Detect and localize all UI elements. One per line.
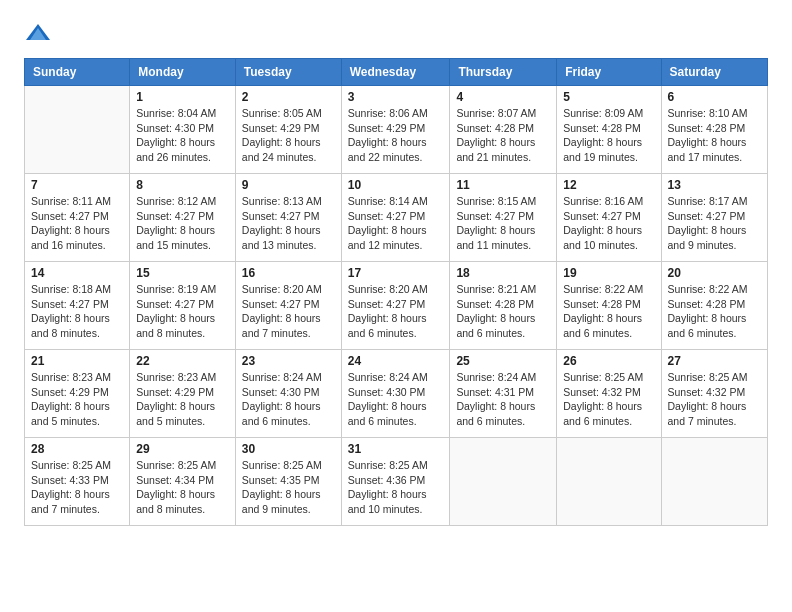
day-number: 1 (136, 90, 229, 104)
day-cell: 11Sunrise: 8:15 AM Sunset: 4:27 PM Dayli… (450, 174, 557, 262)
day-number: 12 (563, 178, 654, 192)
day-number: 18 (456, 266, 550, 280)
day-number: 17 (348, 266, 444, 280)
week-row-1: 1Sunrise: 8:04 AM Sunset: 4:30 PM Daylig… (25, 86, 768, 174)
day-cell: 3Sunrise: 8:06 AM Sunset: 4:29 PM Daylig… (341, 86, 450, 174)
day-header-wednesday: Wednesday (341, 59, 450, 86)
day-cell: 2Sunrise: 8:05 AM Sunset: 4:29 PM Daylig… (235, 86, 341, 174)
week-row-5: 28Sunrise: 8:25 AM Sunset: 4:33 PM Dayli… (25, 438, 768, 526)
day-info: Sunrise: 8:16 AM Sunset: 4:27 PM Dayligh… (563, 194, 654, 253)
day-info: Sunrise: 8:24 AM Sunset: 4:31 PM Dayligh… (456, 370, 550, 429)
day-info: Sunrise: 8:25 AM Sunset: 4:33 PM Dayligh… (31, 458, 123, 517)
day-cell: 1Sunrise: 8:04 AM Sunset: 4:30 PM Daylig… (130, 86, 236, 174)
day-cell (557, 438, 661, 526)
day-number: 2 (242, 90, 335, 104)
day-cell: 17Sunrise: 8:20 AM Sunset: 4:27 PM Dayli… (341, 262, 450, 350)
day-cell: 13Sunrise: 8:17 AM Sunset: 4:27 PM Dayli… (661, 174, 767, 262)
day-info: Sunrise: 8:22 AM Sunset: 4:28 PM Dayligh… (563, 282, 654, 341)
logo (24, 20, 56, 48)
day-number: 26 (563, 354, 654, 368)
day-cell: 28Sunrise: 8:25 AM Sunset: 4:33 PM Dayli… (25, 438, 130, 526)
day-cell: 23Sunrise: 8:24 AM Sunset: 4:30 PM Dayli… (235, 350, 341, 438)
day-number: 19 (563, 266, 654, 280)
day-header-tuesday: Tuesday (235, 59, 341, 86)
day-number: 22 (136, 354, 229, 368)
day-cell (450, 438, 557, 526)
day-cell: 31Sunrise: 8:25 AM Sunset: 4:36 PM Dayli… (341, 438, 450, 526)
day-info: Sunrise: 8:05 AM Sunset: 4:29 PM Dayligh… (242, 106, 335, 165)
day-info: Sunrise: 8:04 AM Sunset: 4:30 PM Dayligh… (136, 106, 229, 165)
day-number: 5 (563, 90, 654, 104)
day-cell: 29Sunrise: 8:25 AM Sunset: 4:34 PM Dayli… (130, 438, 236, 526)
day-header-thursday: Thursday (450, 59, 557, 86)
day-info: Sunrise: 8:18 AM Sunset: 4:27 PM Dayligh… (31, 282, 123, 341)
day-info: Sunrise: 8:11 AM Sunset: 4:27 PM Dayligh… (31, 194, 123, 253)
day-number: 13 (668, 178, 761, 192)
day-info: Sunrise: 8:20 AM Sunset: 4:27 PM Dayligh… (242, 282, 335, 341)
day-cell: 14Sunrise: 8:18 AM Sunset: 4:27 PM Dayli… (25, 262, 130, 350)
day-info: Sunrise: 8:25 AM Sunset: 4:32 PM Dayligh… (668, 370, 761, 429)
day-info: Sunrise: 8:20 AM Sunset: 4:27 PM Dayligh… (348, 282, 444, 341)
day-number: 6 (668, 90, 761, 104)
day-info: Sunrise: 8:06 AM Sunset: 4:29 PM Dayligh… (348, 106, 444, 165)
day-cell: 18Sunrise: 8:21 AM Sunset: 4:28 PM Dayli… (450, 262, 557, 350)
day-info: Sunrise: 8:25 AM Sunset: 4:34 PM Dayligh… (136, 458, 229, 517)
day-cell: 12Sunrise: 8:16 AM Sunset: 4:27 PM Dayli… (557, 174, 661, 262)
day-info: Sunrise: 8:12 AM Sunset: 4:27 PM Dayligh… (136, 194, 229, 253)
day-number: 20 (668, 266, 761, 280)
day-number: 31 (348, 442, 444, 456)
day-info: Sunrise: 8:22 AM Sunset: 4:28 PM Dayligh… (668, 282, 761, 341)
day-info: Sunrise: 8:23 AM Sunset: 4:29 PM Dayligh… (136, 370, 229, 429)
day-header-monday: Monday (130, 59, 236, 86)
day-cell: 7Sunrise: 8:11 AM Sunset: 4:27 PM Daylig… (25, 174, 130, 262)
day-cell: 5Sunrise: 8:09 AM Sunset: 4:28 PM Daylig… (557, 86, 661, 174)
day-info: Sunrise: 8:17 AM Sunset: 4:27 PM Dayligh… (668, 194, 761, 253)
day-number: 7 (31, 178, 123, 192)
day-number: 3 (348, 90, 444, 104)
day-info: Sunrise: 8:09 AM Sunset: 4:28 PM Dayligh… (563, 106, 654, 165)
day-number: 4 (456, 90, 550, 104)
day-cell: 20Sunrise: 8:22 AM Sunset: 4:28 PM Dayli… (661, 262, 767, 350)
days-header-row: SundayMondayTuesdayWednesdayThursdayFrid… (25, 59, 768, 86)
day-number: 15 (136, 266, 229, 280)
day-cell: 22Sunrise: 8:23 AM Sunset: 4:29 PM Dayli… (130, 350, 236, 438)
calendar: SundayMondayTuesdayWednesdayThursdayFrid… (24, 58, 768, 526)
day-header-friday: Friday (557, 59, 661, 86)
header (24, 20, 768, 48)
day-info: Sunrise: 8:21 AM Sunset: 4:28 PM Dayligh… (456, 282, 550, 341)
week-row-2: 7Sunrise: 8:11 AM Sunset: 4:27 PM Daylig… (25, 174, 768, 262)
day-number: 29 (136, 442, 229, 456)
day-cell: 4Sunrise: 8:07 AM Sunset: 4:28 PM Daylig… (450, 86, 557, 174)
day-cell: 16Sunrise: 8:20 AM Sunset: 4:27 PM Dayli… (235, 262, 341, 350)
day-info: Sunrise: 8:24 AM Sunset: 4:30 PM Dayligh… (348, 370, 444, 429)
day-info: Sunrise: 8:25 AM Sunset: 4:32 PM Dayligh… (563, 370, 654, 429)
day-info: Sunrise: 8:07 AM Sunset: 4:28 PM Dayligh… (456, 106, 550, 165)
day-cell: 15Sunrise: 8:19 AM Sunset: 4:27 PM Dayli… (130, 262, 236, 350)
day-info: Sunrise: 8:13 AM Sunset: 4:27 PM Dayligh… (242, 194, 335, 253)
day-number: 30 (242, 442, 335, 456)
day-number: 9 (242, 178, 335, 192)
logo-icon (24, 20, 52, 48)
day-cell (25, 86, 130, 174)
day-cell (661, 438, 767, 526)
day-cell: 27Sunrise: 8:25 AM Sunset: 4:32 PM Dayli… (661, 350, 767, 438)
day-info: Sunrise: 8:10 AM Sunset: 4:28 PM Dayligh… (668, 106, 761, 165)
day-cell: 30Sunrise: 8:25 AM Sunset: 4:35 PM Dayli… (235, 438, 341, 526)
day-cell: 19Sunrise: 8:22 AM Sunset: 4:28 PM Dayli… (557, 262, 661, 350)
week-row-3: 14Sunrise: 8:18 AM Sunset: 4:27 PM Dayli… (25, 262, 768, 350)
day-number: 24 (348, 354, 444, 368)
day-number: 11 (456, 178, 550, 192)
day-info: Sunrise: 8:14 AM Sunset: 4:27 PM Dayligh… (348, 194, 444, 253)
day-info: Sunrise: 8:23 AM Sunset: 4:29 PM Dayligh… (31, 370, 123, 429)
day-number: 25 (456, 354, 550, 368)
day-info: Sunrise: 8:25 AM Sunset: 4:36 PM Dayligh… (348, 458, 444, 517)
day-cell: 26Sunrise: 8:25 AM Sunset: 4:32 PM Dayli… (557, 350, 661, 438)
day-number: 8 (136, 178, 229, 192)
day-number: 10 (348, 178, 444, 192)
day-number: 21 (31, 354, 123, 368)
day-info: Sunrise: 8:25 AM Sunset: 4:35 PM Dayligh… (242, 458, 335, 517)
day-cell: 10Sunrise: 8:14 AM Sunset: 4:27 PM Dayli… (341, 174, 450, 262)
day-cell: 21Sunrise: 8:23 AM Sunset: 4:29 PM Dayli… (25, 350, 130, 438)
day-number: 16 (242, 266, 335, 280)
day-number: 23 (242, 354, 335, 368)
